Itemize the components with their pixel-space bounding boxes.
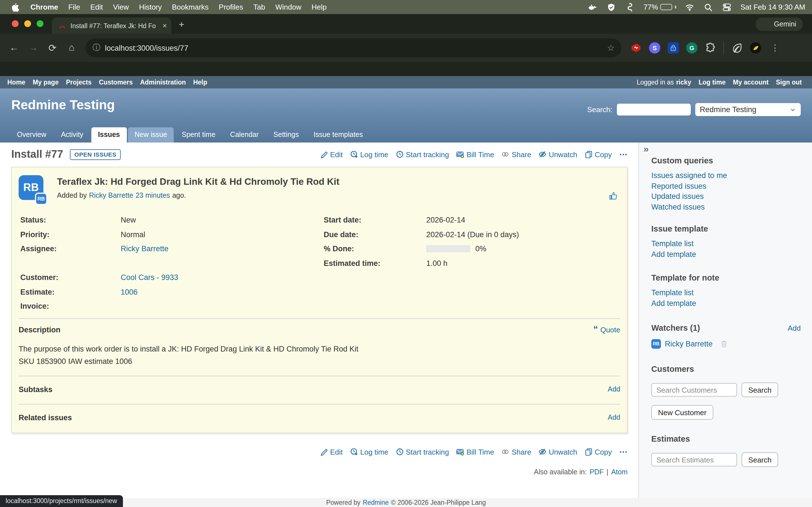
assignee-link[interactable]: Ricky Barrette: [121, 245, 168, 253]
menu-edit[interactable]: Edit: [90, 3, 103, 11]
sidebar-link-issues-assigned[interactable]: Issues assigned to me: [651, 171, 801, 181]
redmine-link[interactable]: Redmine: [363, 499, 389, 506]
wifi-icon[interactable]: [684, 2, 695, 12]
estimate-link[interactable]: 1006: [121, 288, 138, 296]
more-actions-icon[interactable]: ⋯: [619, 447, 627, 457]
bookmark-star-icon[interactable]: ☆: [607, 43, 615, 53]
edit-action[interactable]: Edit: [320, 150, 343, 159]
search-estimates-input[interactable]: [651, 453, 737, 466]
tab-settings[interactable]: Settings: [267, 127, 306, 143]
battery-indicator[interactable]: 77%: [644, 3, 676, 11]
purple-s-extension-icon[interactable]: S: [649, 42, 660, 54]
grammarly-extension-icon[interactable]: G: [686, 42, 698, 54]
search-customers-button[interactable]: Search: [742, 383, 778, 397]
search-customers-input[interactable]: [651, 383, 737, 397]
menu-history[interactable]: History: [139, 3, 162, 11]
sidebar-link-template-list[interactable]: Template list: [651, 239, 801, 249]
copy-action[interactable]: Copy: [585, 448, 612, 456]
topmenu-home[interactable]: Home: [7, 79, 26, 86]
url-text[interactable]: localhost:3000/issues/77: [105, 44, 603, 52]
unwatch-action[interactable]: Unwatch: [539, 448, 577, 456]
back-button[interactable]: ←: [4, 42, 24, 54]
address-bar[interactable]: ⓘ localhost:3000/issues/77 ☆: [86, 38, 621, 57]
collapse-sidebar-icon[interactable]: »: [644, 144, 649, 155]
bill-time-action[interactable]: Bill Time: [456, 150, 494, 159]
open-issues-badge[interactable]: OPEN ISSUES: [70, 149, 121, 160]
tab-calendar[interactable]: Calendar: [223, 127, 265, 143]
menu-view[interactable]: View: [113, 3, 129, 11]
minimize-window-button[interactable]: [24, 20, 31, 27]
watcher-name-link[interactable]: Ricky Barrette: [665, 340, 713, 348]
add-subtask-link[interactable]: Add: [608, 385, 620, 393]
bill-time-action[interactable]: Bill Time: [456, 448, 494, 456]
window-controls[interactable]: [12, 20, 43, 27]
topmenu-projects[interactable]: Projects: [66, 79, 92, 86]
tab-activity[interactable]: Activity: [54, 127, 90, 143]
unwatch-action[interactable]: Unwatch: [539, 150, 577, 159]
copy-action[interactable]: Copy: [585, 150, 612, 159]
docker-icon[interactable]: [588, 2, 598, 12]
menu-help[interactable]: Help: [312, 3, 327, 11]
control-center-icon[interactable]: [722, 2, 732, 12]
home-button[interactable]: ⌂: [62, 42, 81, 54]
quote-link[interactable]: “Quote: [593, 325, 620, 334]
new-customer-button[interactable]: New Customer: [651, 405, 713, 420]
search-input[interactable]: [617, 104, 691, 115]
shield-status-icon[interactable]: [606, 2, 616, 12]
author-link[interactable]: Ricky Barrette: [89, 191, 133, 200]
log-time-action[interactable]: Log time: [350, 448, 389, 456]
sidebar-link-updated-issues[interactable]: Updated issues: [651, 191, 801, 202]
new-tab-button[interactable]: +: [179, 19, 185, 31]
sidebar-link-reported-issues[interactable]: Reported issues: [651, 181, 801, 191]
menu-window[interactable]: Window: [275, 3, 302, 11]
pdf-export-link[interactable]: PDF: [590, 468, 604, 476]
topmenu-administration[interactable]: Administration: [140, 79, 186, 86]
share-action[interactable]: Share: [502, 448, 531, 456]
menubar-app-name[interactable]: Chrome: [31, 3, 58, 11]
topmenu-my-account[interactable]: My account: [733, 79, 769, 86]
maximize-window-button[interactable]: [37, 20, 43, 27]
start-tracking-action[interactable]: Start tracking: [396, 448, 449, 456]
sidebar-link-note-add-template[interactable]: Add template: [651, 298, 801, 309]
energy-saver-leaf-icon[interactable]: [731, 42, 743, 54]
more-actions-icon[interactable]: ⋯: [619, 149, 627, 159]
password-lock-extension-icon[interactable]: [668, 42, 679, 54]
menubar-clock[interactable]: Sat Feb 14 9:30 AM: [741, 3, 805, 11]
chrome-menu-icon[interactable]: ⋮: [771, 43, 779, 53]
add-related-issue-link[interactable]: Add: [608, 413, 620, 421]
menu-tab[interactable]: Tab: [253, 3, 265, 11]
tab-spent-time[interactable]: Spent time: [175, 127, 222, 143]
reload-button[interactable]: ⟳: [43, 42, 62, 54]
sidebar-link-add-template[interactable]: Add template: [651, 249, 801, 260]
topmenu-sign-out[interactable]: Sign out: [776, 79, 802, 86]
tab-issues[interactable]: Issues: [91, 127, 126, 143]
tab-issue-templates[interactable]: Issue templates: [307, 127, 370, 143]
add-watcher-link[interactable]: Add: [788, 324, 801, 332]
spotlight-icon[interactable]: [703, 2, 713, 12]
site-info-icon[interactable]: ⓘ: [93, 43, 100, 53]
gemini-button[interactable]: Gemini: [756, 17, 803, 31]
delete-watcher-trash-icon[interactable]: [720, 340, 728, 348]
extensions-puzzle-icon[interactable]: [705, 42, 716, 54]
topmenu-customers[interactable]: Customers: [99, 79, 133, 86]
tab-close-icon[interactable]: ×: [163, 21, 167, 30]
profile-avatar[interactable]: [750, 42, 761, 54]
topmenu-help[interactable]: Help: [193, 79, 207, 86]
atom-export-link[interactable]: Atom: [611, 468, 627, 476]
topmenu-my-page[interactable]: My page: [33, 79, 59, 86]
created-time-link[interactable]: 23 minutes: [136, 191, 170, 200]
customer-link[interactable]: Cool Cars - 9933: [121, 274, 178, 282]
start-tracking-action[interactable]: Start tracking: [396, 150, 449, 159]
menu-profiles[interactable]: Profiles: [219, 3, 243, 11]
tab-new-issue[interactable]: New issue: [128, 127, 174, 143]
log-time-action[interactable]: Log time: [350, 150, 389, 159]
topmenu-log-time[interactable]: Log time: [699, 79, 726, 86]
sidebar-link-watched-issues[interactable]: Watched issues: [651, 202, 801, 212]
apple-menu-icon[interactable]: [10, 2, 20, 12]
sidebar-link-note-template-list[interactable]: Template list: [651, 288, 801, 298]
menu-bookmarks[interactable]: Bookmarks: [172, 3, 209, 11]
tab-overview[interactable]: Overview: [10, 127, 53, 143]
edit-action[interactable]: Edit: [320, 448, 343, 456]
dragon-status-icon[interactable]: [625, 2, 635, 12]
thumbs-up-icon[interactable]: [608, 191, 618, 203]
